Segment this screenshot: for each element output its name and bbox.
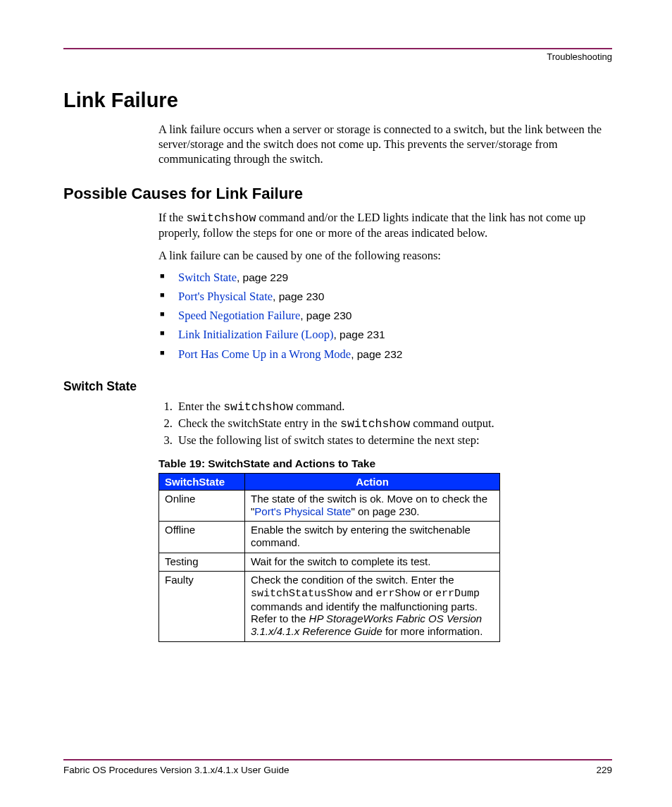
list-item: Port's Physical State, page 230 <box>158 289 612 304</box>
text: " on page 230. <box>351 505 419 517</box>
heading-link-failure: Link Failure <box>63 89 612 112</box>
text: Check the switchState entry in the <box>178 417 340 430</box>
switchshow-command: switchshow <box>223 400 293 414</box>
table-row: Testing Wait for the switch to complete … <box>159 553 500 572</box>
link-speed-negotiation[interactable]: Speed Negotiation Failure <box>178 309 300 322</box>
list-item: Link Initialization Failure (Loop), page… <box>158 327 612 343</box>
page-footer: Fabric OS Procedures Version 3.1.x/4.1.x… <box>63 759 612 775</box>
text: If the <box>158 211 186 224</box>
text: or <box>420 586 435 598</box>
causes-paragraph-2: A link failure can be caused by one of t… <box>158 248 612 263</box>
intro-paragraph: A link failure occurs when a server or s… <box>158 122 612 166</box>
text: , page 232 <box>351 348 402 360</box>
page: Troubleshooting Link Failure A link fail… <box>0 0 672 807</box>
cell-action: Check the condition of the switch. Enter… <box>245 572 500 641</box>
cell-state: Testing <box>159 553 245 572</box>
step-item: Use the following list of switch states … <box>175 433 612 448</box>
col-header-switchstate: SwitchState <box>159 473 245 490</box>
cell-state: Online <box>159 490 245 521</box>
step-item: Check the switchState entry in the switc… <box>175 417 612 431</box>
table-row: Offline Enable the switch by entering th… <box>159 522 500 553</box>
link-port-physical-state[interactable]: Port's Physical State <box>178 290 273 303</box>
cell-state: Offline <box>159 522 245 553</box>
text: command. <box>293 400 344 413</box>
col-header-action: Action <box>245 473 500 490</box>
list-item: Switch State, page 229 <box>158 270 612 285</box>
heading-possible-causes: Possible Causes for Link Failure <box>63 185 612 203</box>
link-port-wrong-mode[interactable]: Port Has Come Up in a Wrong Mode <box>178 347 351 361</box>
link-port-physical-state[interactable]: Port's Physical State <box>254 505 351 517</box>
cell-action: The state of the switch is ok. Move on t… <box>245 490 500 521</box>
list-item: Port Has Come Up in a Wrong Mode, page 2… <box>158 347 612 362</box>
switchstate-table: SwitchState Action Online The state of t… <box>158 473 500 642</box>
heading-switch-state: Switch State <box>63 379 612 394</box>
text: command output. <box>410 417 494 430</box>
table-row: Faulty Check the condition of the switch… <box>159 572 500 641</box>
text: , page 230 <box>300 309 351 321</box>
command-switchstatusshow: switchStatusShow <box>251 588 352 600</box>
switchshow-command: switchshow <box>186 211 256 225</box>
switch-state-block: Enter the switchshow command. Check the … <box>158 400 612 642</box>
causes-paragraph-1: If the switchshow command and/or the LED… <box>158 210 612 240</box>
text: Enter the <box>178 400 223 413</box>
table-row: Online The state of the switch is ok. Mo… <box>159 490 500 521</box>
table-header-row: SwitchState Action <box>159 473 500 490</box>
causes-list: Switch State, page 229 Port's Physical S… <box>158 270 612 362</box>
cell-action: Wait for the switch to complete its test… <box>245 553 500 572</box>
footer-doc-title: Fabric OS Procedures Version 3.1.x/4.1.x… <box>63 765 289 775</box>
page-header: Troubleshooting <box>63 48 612 62</box>
link-link-init-failure[interactable]: Link Initialization Failure (Loop) <box>178 328 333 341</box>
step-item: Enter the switchshow command. <box>175 400 612 414</box>
steps-list: Enter the switchshow command. Check the … <box>158 400 612 448</box>
cell-action: Enable the switch by entering the switch… <box>245 522 500 553</box>
text: Check the condition of the switch. Enter… <box>251 574 454 586</box>
link-switch-state[interactable]: Switch State <box>178 271 237 284</box>
command-errdump: errDump <box>435 588 480 600</box>
text: , page 229 <box>237 271 288 283</box>
switchshow-command: switchshow <box>340 417 410 431</box>
list-item: Speed Negotiation Failure, page 230 <box>158 308 612 324</box>
footer-page-number: 229 <box>596 765 612 775</box>
table-caption: Table 19: SwitchState and Actions to Tak… <box>158 457 612 470</box>
text: , page 231 <box>333 328 385 340</box>
cell-state: Faulty <box>159 572 245 641</box>
header-section-label: Troubleshooting <box>547 51 612 62</box>
causes-block: If the switchshow command and/or the LED… <box>158 210 612 362</box>
text: for more information. <box>382 625 483 637</box>
command-errshow: errShow <box>375 588 420 600</box>
text: and <box>352 586 375 598</box>
intro-block: A link failure occurs when a server or s… <box>158 122 612 166</box>
text: , page 230 <box>273 290 324 302</box>
